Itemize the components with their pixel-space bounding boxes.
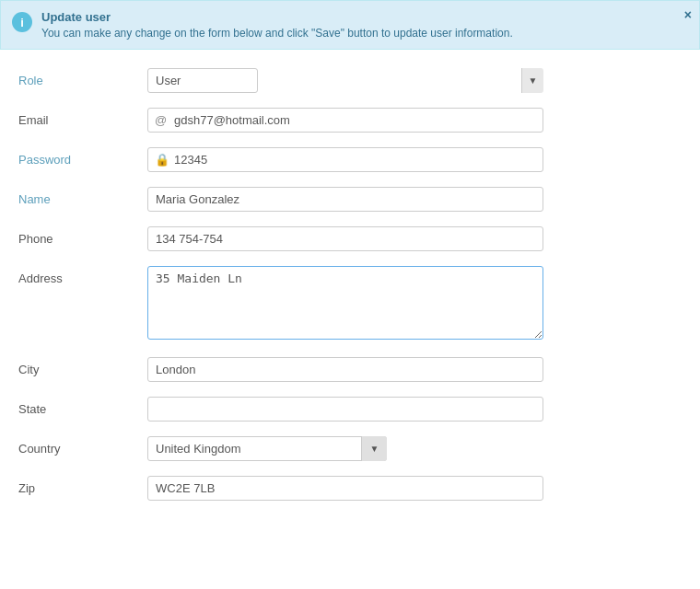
state-label: State: [18, 397, 147, 416]
phone-row: Phone: [18, 226, 682, 251]
city-input-wrapper: [147, 357, 543, 382]
country-row: Country United Kingdom United States Fra…: [18, 436, 682, 461]
password-row: Password 🔒: [18, 147, 682, 172]
phone-label: Phone: [18, 226, 147, 246]
country-select[interactable]: United Kingdom United States France Germ…: [147, 436, 387, 461]
state-field[interactable]: [147, 397, 543, 422]
city-row: City: [18, 357, 682, 382]
banner-title: Update user: [41, 10, 688, 24]
name-label: Name: [18, 187, 147, 206]
address-field[interactable]: 35 Maiden Ln: [147, 266, 543, 340]
email-row: Email @: [18, 108, 682, 133]
country-input-wrapper: United Kingdom United States France Germ…: [147, 436, 543, 461]
password-field[interactable]: [147, 147, 543, 172]
email-input-wrapper: @: [147, 108, 543, 133]
address-label: Address: [18, 266, 147, 285]
password-field-container: 🔒: [147, 147, 543, 172]
name-input-wrapper: [147, 187, 543, 212]
zip-field[interactable]: [147, 476, 543, 501]
role-select-arrow: ▼: [521, 68, 543, 93]
email-label: Email: [18, 108, 147, 127]
address-row: Address 35 Maiden Ln: [18, 266, 682, 342]
country-label: Country: [18, 436, 147, 456]
zip-row: Zip: [18, 476, 682, 501]
info-icon: i: [12, 12, 32, 32]
phone-input-wrapper: [147, 226, 543, 251]
phone-field[interactable]: [147, 226, 543, 251]
role-select[interactable]: User Admin Moderator: [147, 68, 258, 93]
name-row: Name: [18, 187, 682, 212]
city-label: City: [18, 357, 147, 376]
email-field[interactable]: [147, 108, 543, 133]
zip-label: Zip: [18, 476, 147, 495]
name-field[interactable]: [147, 187, 543, 212]
banner-description: You can make any change on the form belo…: [41, 27, 513, 40]
city-field[interactable]: [147, 357, 543, 382]
form-container: Role User Admin Moderator ▼ Email @: [0, 59, 700, 534]
info-banner: i Update user You can make any change on…: [0, 0, 700, 50]
state-input-wrapper: [147, 397, 543, 422]
state-row: State: [18, 397, 682, 422]
role-input-wrapper: User Admin Moderator ▼: [147, 68, 543, 93]
role-row: Role User Admin Moderator ▼: [18, 68, 682, 93]
password-label: Password: [18, 147, 147, 167]
zip-input-wrapper: [147, 476, 543, 501]
banner-text: Update user You can make any change on t…: [41, 10, 688, 40]
page-container: i Update user You can make any change on…: [0, 0, 700, 589]
password-input-wrapper: 🔒: [147, 147, 543, 172]
role-label: Role: [18, 68, 147, 87]
close-button[interactable]: ×: [684, 8, 692, 21]
role-select-wrapper: User Admin Moderator ▼: [147, 68, 543, 93]
address-input-wrapper: 35 Maiden Ln: [147, 266, 543, 342]
country-select-wrapper: United Kingdom United States France Germ…: [147, 436, 387, 461]
email-field-container: @: [147, 108, 543, 133]
